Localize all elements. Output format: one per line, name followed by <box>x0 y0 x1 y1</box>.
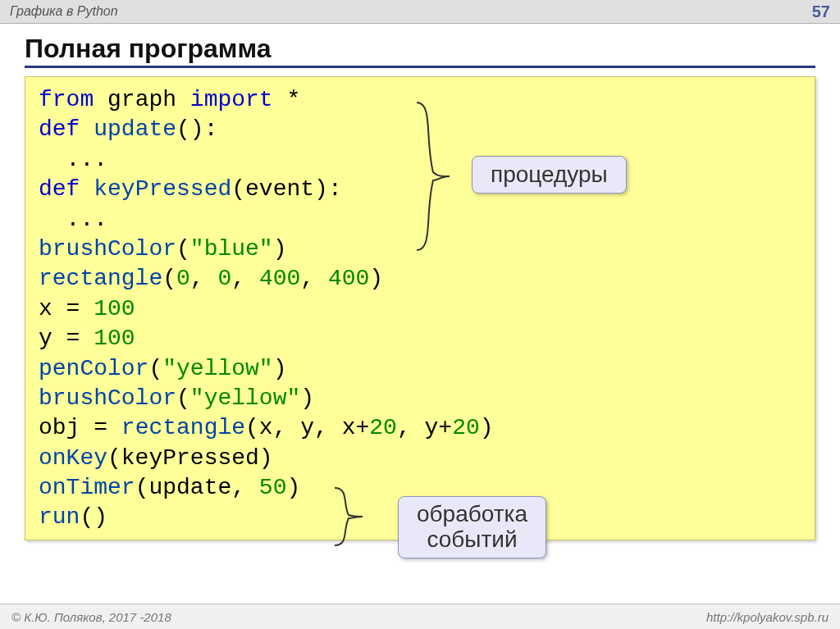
header-title: Графика в Python <box>10 4 118 19</box>
page-number: 57 <box>812 2 830 21</box>
footer-copyright: © К.Ю. Поляков, 2017 -2018 <box>11 610 171 624</box>
brace-procedures-icon <box>409 98 458 254</box>
brace-events-icon <box>328 484 369 549</box>
callout-events-line1: обработка <box>417 501 527 526</box>
footer-url: http://kpolyakov.spb.ru <box>706 610 829 624</box>
footer: © К.Ю. Поляков, 2017 -2018 http://kpolya… <box>0 604 840 629</box>
callout-procedures: процедуры <box>472 156 627 194</box>
header: Графика в Python 57 <box>0 0 840 24</box>
callout-events: обработка событий <box>398 496 546 558</box>
slide-title: Полная программа <box>25 34 815 68</box>
callout-procedures-label: процедуры <box>491 162 608 187</box>
callout-events-line2: событий <box>427 526 517 552</box>
